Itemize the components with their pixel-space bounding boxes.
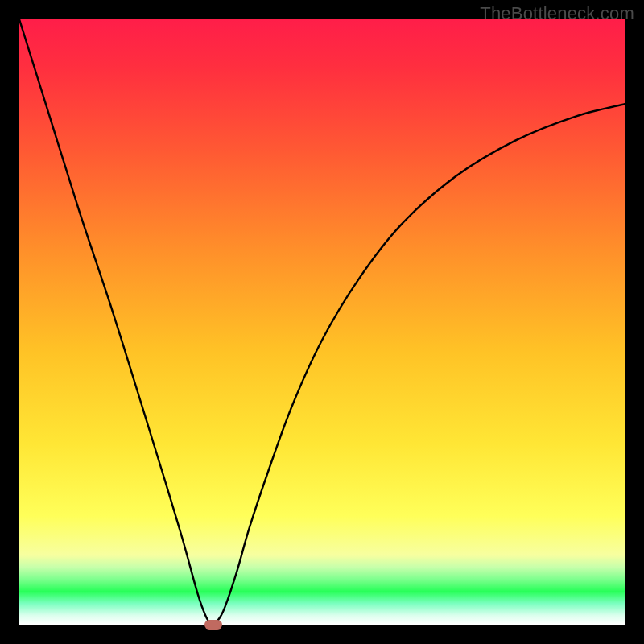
chart-frame: TheBottleneck.com <box>0 0 644 644</box>
plot-svg <box>19 19 625 625</box>
plot-area <box>19 19 625 625</box>
bottleneck-marker <box>204 620 222 630</box>
watermark-text: TheBottleneck.com <box>480 3 634 24</box>
gradient-background <box>19 19 625 625</box>
